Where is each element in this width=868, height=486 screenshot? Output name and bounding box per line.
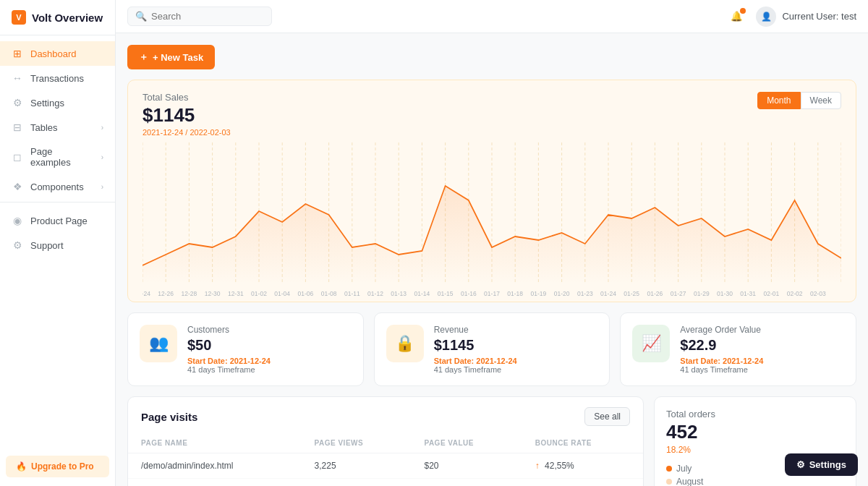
svg-text:01-11: 01-11 [344,290,360,297]
sidebar-item-label: Dashboard [30,48,77,59]
svg-text:01-27: 01-27 [671,290,686,297]
bottom-row: Page visits See all PAGE NAME PAGE VIEWS… [127,396,856,486]
gear-icon: ⚙ [796,459,805,470]
page-views-cell: 3,225 [302,453,412,479]
notification-button[interactable]: 🔔 [728,8,746,25]
sidebar-item-label: Transactions [30,73,84,84]
revenue-metric-card: 🔒 Revenue $1145 Start Date: 2021-12-24 4… [374,312,610,386]
transactions-icon: ↔ [12,72,23,84]
visits-table: PAGE NAME PAGE VIEWS PAGE VALUE BOUNCE R… [128,433,643,479]
svg-text:01-02: 01-02 [251,290,267,297]
search-icon: 🔍 [135,11,147,22]
aov-detail: Start Date: 2021-12-24 [680,357,763,365]
sidebar-nav: ⊞ Dashboard ↔ Transactions ⚙ Settings ⊟ … [0,35,115,447]
chevron-right-icon: › [101,124,103,132]
components-icon: ❖ [12,181,23,192]
legend-dot-august [666,479,672,485]
aov-icon-box: 📈 [632,325,670,362]
sidebar-item-settings[interactable]: ⚙ Settings [0,90,115,115]
svg-text:12-30: 12-30 [205,290,221,297]
svg-text:01-04: 01-04 [274,290,290,297]
svg-text:01-13: 01-13 [391,290,407,297]
settings-icon: ⚙ [12,97,23,108]
svg-text:01-29: 01-29 [694,290,710,297]
chart-svg: 12-24 12-26 12-28 12-30 12-31 01-02 01-0… [142,142,841,302]
orders-title: Total orders [666,409,844,419]
product-page-icon: ◉ [12,215,23,226]
revenue-icon-box: 🔒 [386,325,424,362]
revenue-icon: 🔒 [395,334,414,353]
bounce-up-icon: ↑ [535,461,540,471]
aov-icon: 📈 [642,334,661,353]
svg-text:01-24: 01-24 [600,290,616,297]
revenue-detail: Start Date: 2021-12-24 [434,357,517,365]
svg-text:01-12: 01-12 [367,290,383,297]
svg-text:01-18: 01-18 [507,290,523,297]
customers-metric-card: 👥 Customers $50 Start Date: 2021-12-24 4… [127,312,364,386]
content-area: ＋ + New Task Total Sales $1145 2021-12-2… [116,33,868,486]
svg-text:01-14: 01-14 [414,290,430,297]
col-page-name: PAGE NAME [128,433,302,453]
metrics-row: 👥 Customers $50 Start Date: 2021-12-24 4… [127,312,856,386]
sidebar-item-label: Settings [30,98,64,108]
sidebar-item-components[interactable]: ❖ Components › [0,174,115,199]
revenue-value: $1145 [434,337,517,354]
aov-start-label: Start Date: [680,357,720,365]
sidebar-bottom-section: ◉ Product Page ⚙ Support [0,202,115,257]
upgrade-button[interactable]: 🔥 Upgrade to Pro [6,456,109,477]
sidebar-item-label: Page examples [30,146,94,168]
aov-info: Average Order Value $22.9 Start Date: 20… [680,325,763,374]
week-button[interactable]: Week [801,92,841,109]
see-all-button[interactable]: See all [584,407,630,426]
sidebar: V Volt Overview ⊞ Dashboard ↔ Transactio… [0,0,116,486]
sidebar-item-support[interactable]: ⚙ Support [0,233,115,257]
svg-text:01-15: 01-15 [438,290,454,297]
col-page-value: PAGE VALUE [411,433,522,453]
sidebar-item-dashboard[interactable]: ⊞ Dashboard [0,41,115,66]
sidebar-item-product-page[interactable]: ◉ Product Page [0,208,115,233]
chevron-right-icon: › [101,153,103,161]
revenue-label: Revenue [434,325,517,335]
bounce-rate-cell: ↑ 42,55% [522,453,643,479]
page-visits-card: Page visits See all PAGE NAME PAGE VIEWS… [127,396,644,486]
search-box[interactable]: 🔍 [127,7,272,26]
period-buttons: Month Week [757,92,841,109]
svg-text:01-25: 01-25 [624,290,639,297]
sidebar-item-page-examples[interactable]: ◻ Page examples › [0,140,115,174]
sidebar-item-tables[interactable]: ⊟ Tables › [0,115,115,140]
new-task-button[interactable]: ＋ + New Task [127,45,215,69]
svg-text:01-20: 01-20 [554,290,570,297]
customers-value: $50 [187,337,271,354]
svg-text:01-17: 01-17 [484,290,500,297]
sidebar-item-transactions[interactable]: ↔ Transactions [0,66,115,90]
table-row: /demo/admin/index.html 3,225 $20 ↑ 42,55… [128,453,643,479]
svg-text:02-03: 02-03 [810,290,826,297]
sales-value: $1145 [142,104,231,127]
sidebar-item-label: Product Page [30,216,88,226]
customers-icon: 👥 [149,334,169,353]
header: 🔍 🔔 👤 Current User: test [116,0,868,33]
header-right: 🔔 👤 Current User: test [728,7,856,27]
legend-august: August [666,477,844,486]
main-area: 🔍 🔔 👤 Current User: test ＋ + New Task T [116,0,868,486]
notification-badge [740,8,746,14]
customers-icon-box: 👥 [140,325,177,362]
orders-value: 452 [666,421,844,443]
customers-timeframe: 41 days Timeframe [187,365,271,374]
visits-table-head: PAGE NAME PAGE VIEWS PAGE VALUE BOUNCE R… [128,433,643,453]
sidebar-logo[interactable]: V Volt Overview [0,0,115,35]
legend-label-august: August [676,477,703,486]
svg-text:01-23: 01-23 [577,290,593,297]
month-button[interactable]: Month [757,92,800,109]
legend-label-july: July [676,464,692,474]
tables-icon: ⊟ [12,122,23,133]
sidebar-item-label: Components [30,182,84,192]
visits-title: Page visits [141,411,197,423]
customers-start-label: Start Date: [187,357,228,365]
search-input[interactable] [151,11,264,22]
settings-button[interactable]: ⚙ Settings [785,453,858,476]
sales-card: Total Sales $1145 2021-12-24 / 2022-02-0… [127,80,856,302]
page-name-cell: /demo/admin/index.html [128,453,302,479]
revenue-timeframe: 41 days Timeframe [434,365,517,374]
logo-label: Volt Overview [32,12,103,24]
